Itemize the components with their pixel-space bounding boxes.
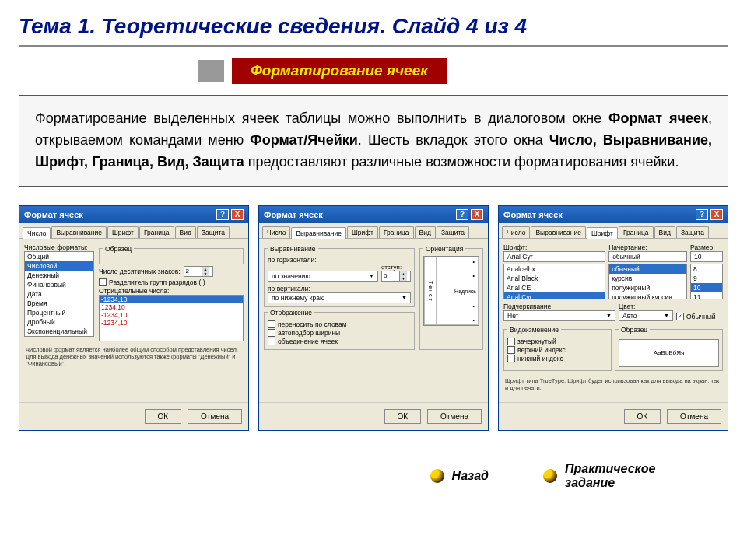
list-item[interactable]: -1234,10 — [100, 319, 243, 327]
help-icon[interactable]: ? — [216, 209, 229, 220]
titlebar[interactable]: Формат ячеек ? X — [499, 206, 728, 223]
size-list[interactable]: 8 9 10 11 — [690, 264, 723, 299]
category-list[interactable]: Общий Числовой Денежный Финансовый Дата … — [24, 251, 94, 337]
desc-bold: Формат/Ячейки — [250, 132, 358, 148]
desc-text: . Шесть вкладок этого окна — [358, 132, 549, 148]
tab-view[interactable]: Вид — [415, 226, 436, 238]
cancel-button[interactable]: Отмена — [427, 409, 482, 424]
cancel-button[interactable]: Отмена — [667, 409, 721, 424]
tab-border[interactable]: Граница — [379, 226, 414, 238]
dialog-font: Формат ячеек ? X Число Выравнивание Шриф… — [498, 205, 728, 431]
size-input[interactable]: 10 — [690, 251, 723, 262]
list-item[interactable]: Arial CE — [504, 283, 605, 292]
close-icon[interactable]: X — [231, 209, 244, 220]
indent-input[interactable] — [382, 271, 399, 281]
decimals-spinner[interactable]: ▲▼ — [184, 266, 213, 277]
tab-font[interactable]: Шрифт — [347, 226, 378, 238]
indent-spinner[interactable]: ▲▼ — [381, 271, 411, 282]
tab-border[interactable]: Граница — [139, 226, 174, 238]
tab-align[interactable]: Выравнивание — [51, 226, 107, 238]
list-item[interactable]: Дробный — [25, 317, 93, 327]
list-item[interactable]: Финансовый — [25, 280, 93, 289]
tab-align[interactable]: Выравнивание — [291, 227, 346, 239]
tab-protect[interactable]: Защита — [197, 226, 230, 238]
ok-button[interactable]: ОК — [384, 409, 422, 424]
list-item[interactable]: полужирный курсив — [609, 292, 686, 299]
style-list[interactable]: обычный курсив полужирный полужирный кур… — [608, 264, 687, 299]
list-item[interactable]: 10 — [691, 283, 722, 292]
task-link[interactable]: Практическое задание — [543, 462, 682, 490]
tab-align[interactable]: Выравнивание — [531, 226, 586, 238]
tab-number[interactable]: Число — [262, 226, 290, 238]
list-item[interactable]: 11 — [691, 292, 722, 299]
tab-protect[interactable]: Защита — [676, 226, 709, 238]
titlebar[interactable]: Формат ячеек ? X — [19, 206, 248, 223]
dialog-alignment: Формат ячеек ? X Число Выравнивание Шриф… — [258, 205, 489, 431]
titlebar[interactable]: Формат ячеек ? X — [259, 206, 488, 223]
effects-legend: Видоизменение — [507, 326, 561, 334]
tab-border[interactable]: Граница — [619, 226, 654, 238]
list-item[interactable]: Экспоненциальный — [25, 327, 93, 336]
list-item[interactable]: полужирный — [609, 283, 686, 292]
size-label: Размер: — [690, 243, 723, 251]
subscript-checkbox[interactable]: нижний индекс — [507, 355, 608, 362]
underline-dropdown[interactable]: Нет▼ — [503, 310, 615, 321]
banner-label: Форматирование ячеек — [232, 58, 447, 84]
tab-font[interactable]: Шрифт — [107, 226, 139, 238]
list-item[interactable]: Денежный — [25, 271, 93, 280]
list-item[interactable]: курсив — [609, 274, 686, 283]
color-dropdown[interactable]: Авто▼ — [619, 310, 673, 321]
list-item[interactable]: -1234,10 — [100, 311, 243, 319]
close-icon[interactable]: X — [471, 209, 483, 220]
list-item[interactable]: Процентный — [25, 308, 93, 317]
preview-box: АаBbБбЯя — [619, 339, 719, 367]
decimals-input[interactable] — [184, 267, 202, 276]
tab-view[interactable]: Вид — [654, 226, 675, 238]
categories-label: Числовые форматы: — [24, 243, 94, 251]
autofit-checkbox[interactable]: автоподбор ширины — [268, 329, 411, 337]
tab-number[interactable]: Число — [23, 227, 51, 239]
strike-checkbox[interactable]: зачеркнутый — [507, 338, 608, 345]
list-item[interactable]: 1234,10 — [100, 303, 243, 311]
list-item[interactable]: Текстовый — [25, 336, 93, 337]
format-hint: Числовой формат является наиболее общим … — [24, 345, 244, 369]
help-icon[interactable]: ? — [696, 209, 708, 220]
orientation-legend: Ориентация — [423, 245, 465, 253]
font-list[interactable]: Arialcelbx Arial Black Arial CE Arial Cy… — [503, 264, 605, 299]
list-item[interactable]: Дата — [25, 289, 93, 299]
list-item[interactable]: -1234,10 — [100, 296, 243, 303]
negative-list[interactable]: -1234,10 1234,10 -1234,10 -1234,10 — [99, 295, 244, 341]
tab-number[interactable]: Число — [502, 226, 530, 238]
list-item[interactable]: Arial Black — [504, 274, 605, 283]
back-link[interactable]: Назад — [430, 462, 489, 490]
help-icon[interactable]: ? — [456, 209, 468, 220]
font-input[interactable]: Arial Cyr — [503, 251, 605, 262]
close-icon[interactable]: X — [710, 209, 723, 220]
list-item[interactable]: Arialcelbx — [504, 264, 605, 274]
list-item[interactable]: 9 — [691, 274, 722, 283]
tab-font[interactable]: Шрифт — [587, 227, 618, 239]
separator-label: Разделитель групп разрядов ( ) — [109, 278, 205, 286]
horiz-dropdown[interactable]: по значению▼ — [268, 271, 378, 282]
vert-dropdown[interactable]: по нижнему краю▼ — [268, 292, 411, 303]
bullet-icon — [430, 469, 444, 483]
merge-checkbox[interactable]: объединение ячеек — [268, 338, 411, 345]
separator-checkbox[interactable]: Разделитель групп разрядов ( ) — [99, 278, 244, 286]
list-item[interactable]: Время — [25, 299, 93, 308]
tab-view[interactable]: Вид — [175, 226, 196, 238]
superscript-checkbox[interactable]: верхний индекс — [507, 346, 608, 354]
cancel-button[interactable]: Отмена — [188, 409, 242, 424]
list-item[interactable]: Числовой — [25, 261, 93, 271]
dialog-title: Формат ячеек — [24, 210, 83, 219]
style-input[interactable]: обычный — [608, 251, 687, 262]
tab-protect[interactable]: Защита — [437, 226, 469, 238]
list-item[interactable]: 8 — [691, 264, 722, 274]
list-item[interactable]: Arial Cyr — [504, 292, 605, 299]
normal-checkbox[interactable]: ✓Обычный — [676, 313, 716, 320]
ok-button[interactable]: ОК — [624, 409, 661, 424]
list-item[interactable]: обычный — [609, 264, 686, 274]
orientation-control[interactable]: Т е к с т • • Надпись • • — [423, 256, 479, 326]
wrap-checkbox[interactable]: переносить по словам — [268, 320, 411, 328]
ok-button[interactable]: ОК — [145, 409, 182, 424]
list-item[interactable]: Общий — [25, 252, 93, 261]
